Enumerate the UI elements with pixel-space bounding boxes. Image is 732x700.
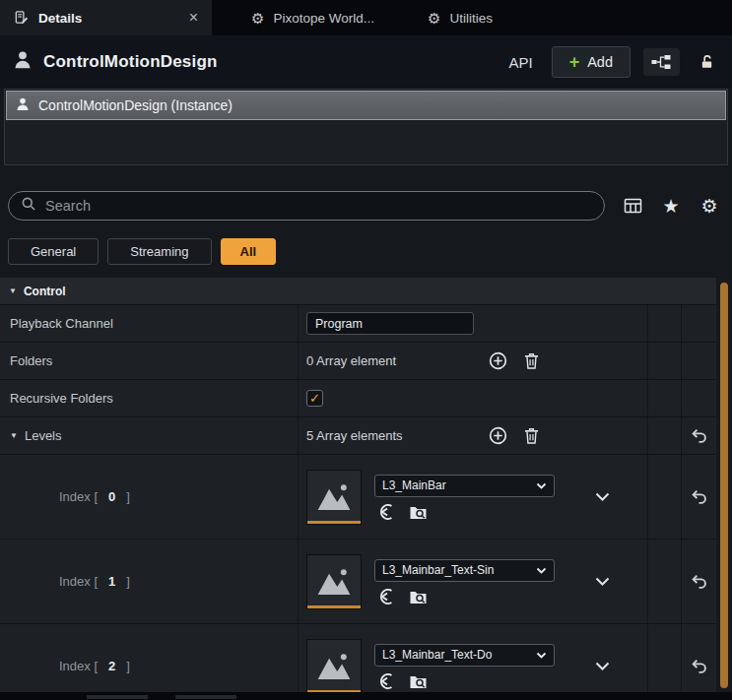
tab-label: Pixotope World... xyxy=(273,11,374,26)
use-selected-asset-icon[interactable] xyxy=(377,589,396,605)
row-spacer xyxy=(647,455,681,539)
revert-icon[interactable] xyxy=(691,489,707,504)
search-input[interactable] xyxy=(45,198,592,214)
level-row-1: Index [ 1 ] L3_Mainbar_Text-Sin xyxy=(0,540,716,624)
row-reset-cell xyxy=(681,380,716,416)
level-row-0: Index [ 0 ] L3_MainBar xyxy=(0,455,716,540)
panel-header: ControlMotionDesign API + Add xyxy=(0,35,732,89)
tab-label: Utilities xyxy=(449,11,493,26)
levels-expander[interactable]: ▼ Levels xyxy=(0,417,298,454)
playback-channel-input[interactable] xyxy=(306,312,474,335)
mountain-icon xyxy=(314,479,354,515)
index-suffix: ] xyxy=(126,574,130,589)
level-value: L3_MainBar xyxy=(298,455,647,539)
lock-button[interactable] xyxy=(693,48,720,76)
favorites-star-icon[interactable]: ★ xyxy=(660,197,682,216)
level-asset-dropdown[interactable]: L3_Mainbar_Text-Do xyxy=(374,644,555,667)
asset-thumbnail[interactable] xyxy=(306,554,362,609)
asset-icon-row xyxy=(374,673,555,689)
asset-icon-row xyxy=(374,589,555,605)
search-row: ★ ⚙ xyxy=(0,189,732,223)
row-reset-cell xyxy=(681,455,716,539)
revert-icon[interactable] xyxy=(691,574,707,589)
expand-chevron-icon[interactable] xyxy=(595,577,610,586)
row-reset-cell xyxy=(681,305,716,342)
add-element-icon[interactable] xyxy=(489,351,507,370)
level-label: Index [ 2 ] xyxy=(0,624,298,692)
property-label-text: Levels xyxy=(25,428,62,443)
browse-to-asset-icon[interactable] xyxy=(409,589,428,605)
filter-streaming[interactable]: Streaming xyxy=(107,238,211,265)
triangle-down-icon: ▼ xyxy=(9,287,17,295)
tab-pixotope-world[interactable]: ⚙ Pixotope World... xyxy=(237,0,388,35)
level-value: L3_Mainbar_Text-Do xyxy=(298,624,647,692)
property-label: Playback Channel xyxy=(0,305,298,342)
use-selected-asset-icon[interactable] xyxy=(377,673,396,689)
asset-controls: L3_Mainbar_Text-Do xyxy=(374,644,555,689)
use-selected-asset-icon[interactable] xyxy=(377,504,396,520)
trash-icon[interactable] xyxy=(524,427,539,444)
property-label: Folders xyxy=(0,343,298,379)
property-label-text: Folders xyxy=(10,353,52,368)
property-row-playback-channel: Playback Channel xyxy=(0,305,716,343)
section-control[interactable]: ▼ Control xyxy=(0,278,716,305)
thumbnail-accent-bar xyxy=(307,605,361,608)
row-spacer xyxy=(647,624,681,692)
check-icon: ✓ xyxy=(309,392,320,405)
index-number: 1 xyxy=(108,574,115,589)
search-box xyxy=(8,191,605,221)
scrollbar-thumb[interactable] xyxy=(720,283,728,688)
dropdown-value: L3_Mainbar_Text-Sin xyxy=(382,563,532,577)
row-reset-cell xyxy=(681,417,716,454)
column-view-icon[interactable] xyxy=(622,198,643,214)
details-icon xyxy=(14,10,30,26)
triangle-down-icon: ▼ xyxy=(10,432,18,440)
asset-icon-row xyxy=(374,504,555,520)
dropdown-value: L3_Mainbar_Text-Do xyxy=(382,648,532,662)
index-suffix: ] xyxy=(126,489,130,504)
page-title: ControlMotionDesign xyxy=(43,52,218,72)
level-label: Index [ 1 ] xyxy=(0,540,298,623)
section-title: Control xyxy=(24,285,66,298)
close-icon[interactable]: × xyxy=(189,9,198,27)
plus-icon: + xyxy=(569,53,580,71)
property-grid: ▼ Control Playback Channel Folders 0 Arr… xyxy=(0,278,716,692)
settings-gear-icon[interactable]: ⚙ xyxy=(699,197,720,216)
add-button[interactable]: + Add xyxy=(552,46,631,78)
row-spacer xyxy=(647,343,681,379)
row-spacer xyxy=(647,417,681,454)
api-button[interactable]: API xyxy=(502,50,538,75)
trash-icon[interactable] xyxy=(524,352,539,369)
filter-all[interactable]: All xyxy=(221,238,277,265)
expand-chevron-icon[interactable] xyxy=(595,492,610,501)
tab-label: Details xyxy=(38,11,82,26)
add-element-icon[interactable] xyxy=(489,426,507,445)
index-number: 0 xyxy=(108,489,115,504)
browse-to-asset-icon[interactable] xyxy=(409,673,428,689)
property-row-levels: ▼ Levels 5 Array elements xyxy=(0,417,716,455)
asset-controls: L3_Mainbar_Text-Sin xyxy=(374,559,555,605)
vertical-scrollbar[interactable] xyxy=(718,278,730,692)
asset-thumbnail[interactable] xyxy=(306,639,362,693)
pixotope-tab-icon: ⚙ xyxy=(251,11,264,26)
chevron-down-icon xyxy=(536,482,547,489)
property-label-text: Playback Channel xyxy=(10,316,113,331)
revert-icon[interactable] xyxy=(691,428,707,443)
row-spacer xyxy=(647,380,681,416)
recursive-folders-checkbox[interactable]: ✓ xyxy=(306,390,323,407)
level-asset-dropdown[interactable]: L3_Mainbar_Text-Sin xyxy=(374,559,555,582)
tab-details[interactable]: Details × xyxy=(0,0,212,35)
filter-general[interactable]: General xyxy=(8,238,99,265)
property-label-text: Recursive Folders xyxy=(10,391,113,406)
tab-utilities[interactable]: ⚙ Utilities xyxy=(414,0,506,35)
chevron-down-icon xyxy=(536,567,547,574)
level-asset-dropdown[interactable]: L3_MainBar xyxy=(374,475,555,497)
details-panel: Details × ⚙ Pixotope World... ⚙ Utilitie… xyxy=(0,0,732,700)
asset-thumbnail[interactable] xyxy=(306,470,362,525)
utilities-tab-icon: ⚙ xyxy=(428,11,440,26)
instance-row[interactable]: ControlMotionDesign (Instance) xyxy=(6,91,726,120)
browse-to-asset-icon[interactable] xyxy=(409,504,428,520)
revert-icon[interactable] xyxy=(691,659,707,673)
expand-chevron-icon[interactable] xyxy=(595,662,610,670)
blueprint-graph-button[interactable] xyxy=(643,48,680,76)
